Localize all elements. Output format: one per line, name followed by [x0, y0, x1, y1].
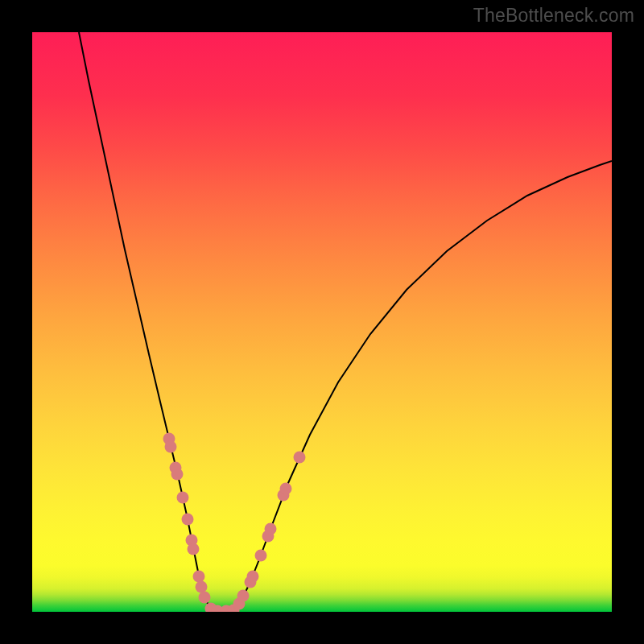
left-branch-curve: [79, 32, 215, 611]
plot-area: [32, 32, 612, 612]
highlight-dot: [188, 543, 200, 555]
chart-frame: TheBottleneck.com: [0, 0, 644, 644]
highlight-dot: [165, 441, 177, 453]
highlight-dots: [163, 433, 306, 613]
highlight-dot: [171, 469, 184, 481]
highlight-dot: [265, 523, 277, 535]
highlight-dot: [182, 514, 194, 526]
highlight-dot: [237, 590, 250, 602]
highlight-dot: [280, 483, 292, 495]
right-branch-curve: [232, 161, 612, 611]
highlight-dot: [199, 592, 211, 604]
highlight-dot: [177, 492, 189, 504]
highlight-dot: [247, 571, 259, 583]
highlight-dot: [196, 581, 208, 593]
highlight-dot: [255, 550, 267, 562]
highlight-dot: [193, 571, 205, 583]
highlight-dot: [294, 452, 306, 464]
curve-svg: [32, 32, 612, 612]
watermark-text: TheBottleneck.com: [473, 5, 634, 27]
